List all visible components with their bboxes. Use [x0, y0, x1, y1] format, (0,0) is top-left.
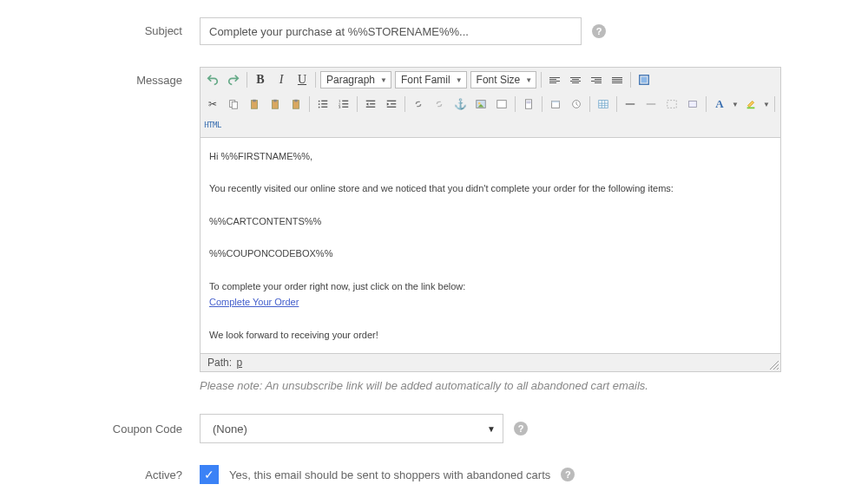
editor-line: You recently visited our online store an…: [209, 180, 772, 197]
editor-line: We look forward to receiving your order!: [209, 327, 772, 344]
remove-format-icon[interactable]: [641, 95, 661, 114]
svg-point-10: [319, 101, 320, 102]
coupon-help-icon[interactable]: ?: [514, 422, 528, 435]
align-right-icon[interactable]: [587, 70, 606, 89]
subject-label: Subject: [26, 17, 200, 37]
format-select[interactable]: Paragraph▼: [320, 71, 391, 88]
html-source-button[interactable]: HTML: [203, 115, 222, 134]
editor-line: %%COUPONCODEBOX%%: [209, 245, 772, 262]
svg-rect-35: [552, 101, 560, 103]
svg-rect-45: [689, 101, 697, 108]
redo-icon[interactable]: [224, 70, 243, 89]
subject-help-icon[interactable]: ?: [592, 24, 606, 38]
align-center-icon[interactable]: [566, 70, 585, 89]
editor-toolbar-row2: ✂ 123 ⚓: [200, 92, 781, 137]
unlink-icon[interactable]: [430, 95, 449, 114]
bg-color-icon[interactable]: [741, 95, 760, 114]
svg-rect-11: [321, 101, 327, 101]
hr-icon[interactable]: [621, 95, 640, 114]
font-size-select[interactable]: Font Size▼: [470, 71, 537, 88]
svg-rect-15: [321, 107, 327, 108]
rich-text-editor: B I U Paragraph▼ Font Famil▼ Font Size▼ …: [200, 67, 781, 392]
svg-rect-42: [626, 103, 635, 105]
paste-icon[interactable]: [245, 95, 264, 114]
indent-icon[interactable]: [382, 95, 401, 114]
svg-line-49: [777, 368, 779, 370]
font-family-select[interactable]: Font Famil▼: [395, 71, 467, 88]
editor-content[interactable]: Hi %%FIRSTNAME%%, You recently visited o…: [200, 137, 781, 354]
active-help-icon[interactable]: ?: [561, 468, 575, 481]
align-justify-icon[interactable]: [608, 70, 627, 89]
text-color-dropdown-icon[interactable]: ▼: [731, 95, 740, 114]
insert-time-icon[interactable]: [567, 95, 586, 114]
image-icon[interactable]: [471, 95, 490, 114]
svg-rect-31: [526, 100, 532, 109]
fullscreen-icon[interactable]: [635, 70, 654, 89]
svg-rect-3: [232, 101, 237, 108]
cut-icon[interactable]: ✂: [203, 95, 222, 114]
svg-rect-27: [387, 107, 397, 108]
visual-aid-icon[interactable]: [662, 95, 681, 114]
outdent-icon[interactable]: [361, 95, 380, 114]
coupon-select[interactable]: (None) ▼: [200, 414, 503, 443]
active-label: Active?: [26, 468, 200, 481]
underline-icon[interactable]: U: [293, 70, 312, 89]
message-label: Message: [26, 67, 200, 87]
text-color-icon[interactable]: A: [710, 95, 729, 114]
align-left-icon[interactable]: [545, 70, 564, 89]
italic-icon[interactable]: I: [272, 70, 291, 89]
svg-rect-17: [342, 101, 348, 101]
special-char-icon[interactable]: [683, 95, 702, 114]
active-text: Yes, this email should be sent to shoppe…: [229, 468, 550, 481]
svg-rect-5: [253, 100, 256, 102]
undo-icon[interactable]: [203, 70, 222, 89]
active-checkbox[interactable]: ✓: [200, 465, 219, 484]
svg-rect-32: [526, 101, 530, 102]
coupon-label: Coupon Code: [26, 422, 200, 435]
svg-rect-33: [526, 102, 530, 103]
editor-toolbar-row1: B I U Paragraph▼ Font Famil▼ Font Size▼: [200, 67, 781, 92]
paste-word-icon[interactable]: [286, 95, 306, 114]
editor-line: To complete your order right now, just c…: [209, 278, 772, 295]
anchor-icon[interactable]: ⚓: [450, 95, 470, 114]
svg-rect-30: [497, 101, 507, 108]
bg-color-dropdown-icon[interactable]: ▼: [762, 95, 771, 114]
svg-rect-23: [370, 103, 375, 104]
svg-rect-43: [647, 103, 656, 105]
svg-rect-19: [342, 103, 348, 104]
svg-rect-7: [273, 100, 277, 102]
svg-text:3: 3: [339, 105, 341, 109]
svg-rect-46: [747, 108, 755, 109]
subject-input[interactable]: [200, 17, 582, 45]
editor-path-value[interactable]: p: [236, 357, 242, 369]
svg-rect-9: [294, 100, 298, 102]
svg-rect-21: [342, 107, 348, 108]
unordered-list-icon[interactable]: [313, 95, 332, 114]
editor-line: Hi %%FIRSTNAME%%,: [209, 148, 772, 165]
svg-point-12: [319, 103, 320, 105]
copy-icon[interactable]: [224, 95, 243, 114]
link-icon[interactable]: [409, 95, 428, 114]
svg-rect-44: [667, 101, 677, 108]
svg-rect-25: [387, 101, 397, 101]
svg-point-29: [478, 102, 481, 105]
table-icon[interactable]: [594, 95, 613, 114]
editor-line: %%CARTCONTENTS%%: [209, 213, 772, 230]
insert-date-icon[interactable]: [546, 95, 565, 114]
resize-handle-icon[interactable]: [770, 361, 779, 370]
editor-path-bar: Path: p: [200, 354, 781, 372]
media-icon[interactable]: [492, 95, 511, 114]
ordered-list-icon[interactable]: 123: [334, 95, 353, 114]
paste-text-icon[interactable]: [266, 95, 285, 114]
chevron-down-icon: ▼: [487, 424, 496, 434]
complete-order-link[interactable]: Complete Your Order: [209, 297, 299, 307]
bold-icon[interactable]: B: [251, 70, 270, 89]
svg-rect-37: [599, 101, 608, 108]
insert-file-icon[interactable]: [519, 95, 538, 114]
svg-rect-1: [641, 77, 648, 83]
svg-point-14: [319, 107, 320, 108]
svg-rect-26: [391, 103, 396, 104]
svg-rect-22: [366, 101, 376, 101]
message-note: Please note: An unsubscribe link will be…: [200, 379, 781, 392]
svg-rect-24: [366, 107, 376, 108]
